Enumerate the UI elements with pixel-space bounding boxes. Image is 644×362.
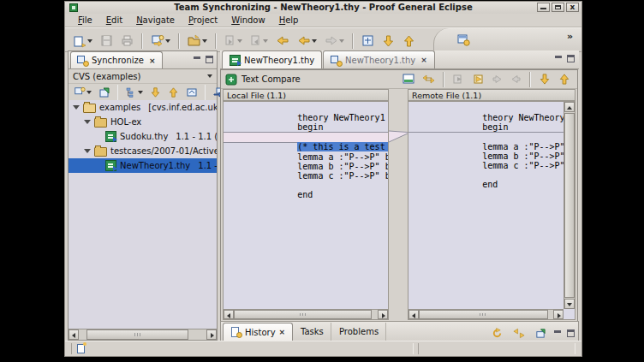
- close-tab-icon[interactable]: ×: [420, 56, 427, 64]
- copy-left-button[interactable]: [489, 70, 505, 88]
- bottom-tab[interactable]: Tasks ×: [294, 323, 331, 341]
- tab-synchronize[interactable]: Synchronize ×: [70, 51, 163, 68]
- bottom-tab[interactable]: History ×: [223, 323, 293, 341]
- code-line[interactable]: theory NewTheory1 imports Main: [410, 104, 564, 113]
- presentation-mode-button[interactable]: [122, 84, 146, 102]
- scroll-left-button[interactable]: [69, 329, 79, 340]
- tree-item[interactable]: testcases/2007-01/ActiveEditorV: [69, 144, 217, 158]
- next-annotation-button[interactable]: [222, 32, 245, 50]
- remote-horizontal-scrollbar[interactable]: [408, 309, 564, 319]
- previous-change-button[interactable]: [165, 84, 182, 102]
- view-menu-caret[interactable]: [207, 74, 212, 78]
- scroll-down-button[interactable]: [564, 299, 575, 309]
- next-change-button[interactable]: [147, 84, 164, 102]
- team-sync-perspective-button[interactable]: [456, 33, 470, 46]
- titlebar[interactable]: Team Synchronizing - NewTheory1.thy - Pr…: [65, 2, 581, 15]
- editor-tab[interactable]: NewTheory1.thy ×: [323, 50, 435, 68]
- synchronize-button[interactable]: [71, 84, 94, 102]
- close-window-button[interactable]: x: [566, 3, 579, 12]
- forward-button[interactable]: [322, 32, 347, 50]
- new-button[interactable]: [70, 32, 95, 50]
- next-change-button[interactable]: [379, 32, 397, 50]
- tree-item[interactable]: HOL-ex: [69, 115, 217, 129]
- tree-item[interactable]: examples [cvs.inf.ed.ac.uk]: [69, 100, 217, 115]
- remote-code-area[interactable]: theory NewTheory1 imports Main begin lem…: [408, 102, 564, 309]
- menu-item[interactable]: Window: [225, 15, 271, 26]
- menu-item[interactable]: File: [72, 15, 98, 26]
- synchronize-button[interactable]: [148, 32, 173, 50]
- minimize-window-button[interactable]: [537, 3, 550, 12]
- remote-vertical-scrollbar[interactable]: [564, 102, 575, 309]
- scroll-thumb[interactable]: [564, 113, 575, 298]
- pin-view-button[interactable]: [533, 324, 549, 342]
- minimize-view-button[interactable]: [554, 329, 562, 337]
- expander-icon[interactable]: [84, 120, 91, 124]
- refresh-button[interactable]: [489, 324, 505, 342]
- close-tab-icon[interactable]: ×: [279, 328, 286, 336]
- editor-tab[interactable]: NewTheory1.thy ×: [222, 50, 322, 68]
- expander-icon[interactable]: [73, 105, 80, 110]
- bottom-tab[interactable]: Problems ×: [332, 323, 386, 341]
- tree-item[interactable]: NewTheory1.thy 1.1 - 1.1 (A: [69, 158, 217, 173]
- print-button[interactable]: [118, 32, 136, 50]
- copy-right-button[interactable]: [508, 70, 524, 88]
- scroll-right-button[interactable]: [378, 310, 388, 319]
- editor-tab-icon: [230, 55, 241, 66]
- scroll-track[interactable]: [79, 329, 206, 340]
- team-sync-perspective-icon: [456, 33, 470, 46]
- scroll-up-button[interactable]: [564, 102, 575, 112]
- tree-item[interactable]: Sudoku.thy 1.1 - 1.1 (ASCII -: [69, 129, 217, 144]
- copy-current-right-to-left-button[interactable]: [469, 70, 486, 88]
- pin-synchronization-button[interactable]: [96, 84, 113, 102]
- scroll-thumb[interactable]: [86, 329, 188, 340]
- code-text: end: [482, 180, 498, 189]
- maximize-editor-button[interactable]: [567, 55, 575, 62]
- bottom-tab-label: History: [245, 328, 276, 337]
- scroll-thumb[interactable]: [419, 310, 548, 319]
- scroll-right-button[interactable]: [206, 329, 217, 340]
- back-button[interactable]: [295, 32, 319, 50]
- sync-horizontal-scrollbar[interactable]: [69, 329, 217, 340]
- minimize-editor-button[interactable]: [555, 55, 563, 62]
- menu-item[interactable]: Project: [182, 15, 224, 26]
- screen-background: { "titlebar": { "title": "Team Synchroni…: [0, 0, 644, 362]
- swap-panes-button[interactable]: [420, 70, 438, 88]
- previous-change-button[interactable]: [400, 32, 418, 50]
- menu-item[interactable]: Help: [273, 15, 305, 26]
- maximize-view-button[interactable]: [567, 329, 575, 337]
- fast-view-icon[interactable]: [77, 344, 85, 353]
- up-arrow-icon: [168, 86, 179, 98]
- code-text: theory NewTheory1 imports Main: [482, 113, 564, 122]
- copy-all-left-to-right-button[interactable]: [450, 70, 467, 88]
- previous-annotation-button[interactable]: [247, 32, 271, 50]
- scroll-left-button[interactable]: [408, 310, 419, 319]
- link-with-editor-button[interactable]: [359, 32, 377, 50]
- scroll-track[interactable]: [419, 310, 553, 319]
- local-horizontal-scrollbar[interactable]: [224, 309, 388, 319]
- local-code-area[interactable]: theory NewTheory1 imports Main begin (* …: [224, 102, 388, 309]
- open-file-button[interactable]: [185, 32, 210, 50]
- scroll-track[interactable]: [234, 310, 378, 319]
- collapse-all-button[interactable]: [183, 84, 200, 102]
- minimize-view-button[interactable]: [194, 56, 201, 63]
- scroll-left-button[interactable]: [224, 310, 234, 319]
- expander-icon[interactable]: [84, 149, 91, 153]
- code-line[interactable]: theory NewTheory1 imports Main: [225, 104, 388, 113]
- scroll-right-button[interactable]: [553, 310, 564, 319]
- link-with-editor-button[interactable]: [510, 324, 528, 342]
- bottom-tab-icon: [230, 327, 242, 338]
- last-edit-location-button[interactable]: [273, 32, 292, 50]
- maximize-view-button[interactable]: [206, 56, 213, 63]
- tree-item-label: HOL-ex: [110, 117, 141, 127]
- previous-difference-button[interactable]: [556, 70, 573, 88]
- next-difference-button[interactable]: [536, 70, 553, 88]
- close-tab-icon[interactable]: ×: [149, 56, 156, 65]
- maximize-window-button[interactable]: [552, 3, 564, 12]
- scroll-thumb[interactable]: [234, 310, 372, 319]
- dropdown-caret: [87, 39, 92, 43]
- toolbar-overflow-chevron[interactable]: »: [567, 31, 573, 42]
- show-ancestor-pane-button[interactable]: [400, 70, 417, 88]
- menu-item[interactable]: Edit: [100, 15, 128, 26]
- menu-item[interactable]: Navigate: [130, 15, 181, 26]
- save-button[interactable]: [98, 32, 116, 50]
